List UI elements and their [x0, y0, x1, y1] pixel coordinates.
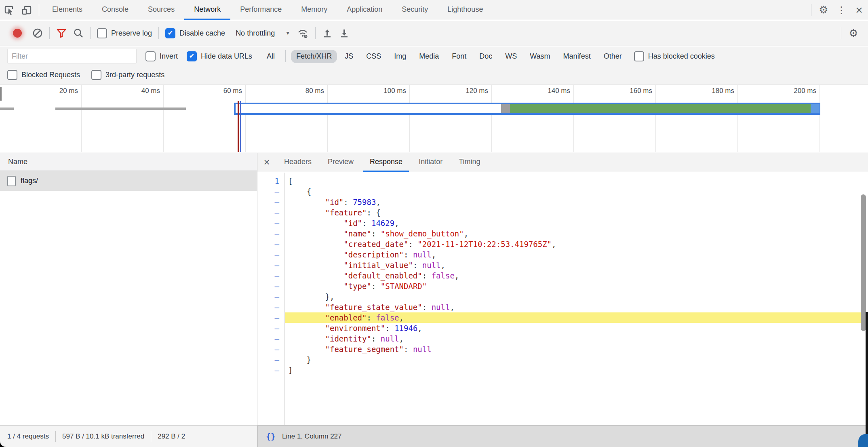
timeline-tick-label: 20 ms — [1, 87, 78, 95]
checkbox-unchecked[interactable] — [634, 51, 644, 61]
type-filter-doc[interactable]: Doc — [474, 50, 497, 63]
line-number: – — [257, 249, 284, 260]
timeline-gridline — [820, 85, 820, 152]
type-filter-wasm[interactable]: Wasm — [525, 50, 555, 63]
timeline-gridline — [327, 85, 328, 152]
pretty-print-button[interactable]: {} — [266, 432, 276, 441]
tab-performance[interactable]: Performance — [230, 0, 291, 20]
timeline-tick-label: 60 ms — [165, 87, 242, 95]
line-number: – — [257, 228, 284, 239]
code-text: "type": "STANDARD" — [284, 281, 427, 291]
divider — [158, 27, 159, 39]
inspect-element-icon[interactable] — [0, 0, 18, 20]
type-filter-font[interactable]: Font — [447, 50, 472, 63]
throttling-dropdown[interactable]: No throttling ▼ — [232, 29, 290, 38]
code-text: "default_enabled": false, — [284, 270, 459, 281]
code-text: "initial_value": null, — [284, 260, 445, 270]
vertical-scrollbar[interactable] — [861, 194, 866, 331]
has-blocked-cookies-label: Has blocked cookies — [648, 52, 715, 61]
filter-input[interactable] — [7, 49, 137, 63]
tab-elements[interactable]: Elements — [42, 0, 92, 20]
code-text: "id": 75983, — [284, 197, 381, 207]
request-row[interactable]: flags/ — [0, 171, 257, 191]
tab-console[interactable]: Console — [92, 0, 138, 20]
device-toolbar-icon[interactable] — [18, 0, 36, 20]
network-conditions-button[interactable] — [297, 27, 309, 39]
type-filter-css[interactable]: CSS — [361, 50, 386, 63]
settings-gear-icon[interactable]: ⚙ — [815, 0, 832, 20]
checkbox-unchecked[interactable] — [91, 70, 101, 80]
timeline-gridline — [81, 85, 82, 152]
type-filter-ws[interactable]: WS — [500, 50, 522, 63]
highlighted-code-line: – "enabled": false, — [257, 312, 868, 323]
details-tab-timing[interactable]: Timing — [452, 153, 487, 172]
hide-data-urls-checkbox[interactable]: ✔ Hide data URLs — [187, 51, 252, 61]
name-column-header[interactable]: Name — [0, 153, 257, 171]
request-bar-segment — [501, 104, 510, 113]
timeline-tick-label: 100 ms — [329, 87, 406, 95]
request-bar-segment — [510, 104, 811, 113]
blocked-requests-checkbox[interactable]: Blocked Requests — [7, 70, 80, 80]
network-settings-gear-icon[interactable]: ⚙ — [845, 23, 862, 43]
details-tab-headers[interactable]: Headers — [278, 153, 318, 172]
details-tab-initiator[interactable]: Initiator — [412, 153, 449, 172]
disable-cache-checkbox[interactable]: ✔ Disable cache — [165, 28, 225, 38]
code-line: – "initial_value": null, — [257, 260, 868, 270]
timeline-gridline — [737, 85, 738, 152]
tab-security[interactable]: Security — [392, 0, 438, 20]
line-number: 1 — [257, 176, 284, 186]
record-button[interactable] — [9, 29, 26, 38]
code-text: { — [284, 186, 311, 197]
code-line: 1[ — [257, 176, 868, 186]
line-number: – — [257, 344, 284, 354]
checkbox-checked[interactable]: ✔ — [165, 28, 175, 38]
invert-checkbox[interactable]: Invert — [145, 51, 178, 61]
details-tab-preview[interactable]: Preview — [321, 153, 360, 172]
close-devtools-icon[interactable]: × — [850, 0, 868, 20]
type-filter-other[interactable]: Other — [598, 50, 627, 63]
tab-memory[interactable]: Memory — [291, 0, 337, 20]
window-edge — [866, 312, 868, 447]
filter-toggle-button[interactable] — [56, 28, 67, 38]
type-filter-img[interactable]: Img — [389, 50, 411, 63]
code-line: – "type": "STANDARD" — [257, 281, 868, 291]
import-har-button[interactable] — [322, 28, 333, 38]
tab-sources[interactable]: Sources — [138, 0, 184, 20]
line-number: – — [257, 207, 284, 218]
type-filter-js[interactable]: JS — [339, 50, 358, 63]
checkbox-unchecked[interactable] — [145, 51, 156, 61]
tab-application[interactable]: Application — [337, 0, 392, 20]
type-filter-fetch-xhr[interactable]: Fetch/XHR — [291, 50, 337, 63]
status-item: 597 B / 10.1 kB transferred — [62, 432, 144, 441]
network-overview[interactable]: 20 ms40 ms60 ms80 ms100 ms120 ms140 ms16… — [0, 85, 868, 152]
code-line: – "name": "show_demo_button", — [257, 228, 868, 239]
third-party-requests-checkbox[interactable]: 3rd-party requests — [91, 70, 164, 80]
checkbox-unchecked[interactable] — [7, 70, 17, 80]
preserve-log-checkbox[interactable]: Preserve log — [97, 28, 152, 38]
timeline-gridline — [409, 85, 410, 152]
window-corner — [0, 441, 6, 447]
export-har-button[interactable] — [339, 28, 350, 38]
type-filter-media[interactable]: Media — [414, 50, 444, 63]
type-filter-all[interactable]: All — [261, 50, 280, 63]
type-filter-manifest[interactable]: Manifest — [558, 50, 596, 63]
timeline-tick-label: 200 ms — [739, 87, 816, 95]
checkbox-checked[interactable]: ✔ — [187, 51, 197, 61]
timeline-gridline — [491, 85, 492, 152]
divider — [285, 50, 286, 62]
code-line: –] — [257, 365, 868, 375]
checkbox-unchecked[interactable] — [97, 28, 107, 38]
kebab-menu-icon[interactable]: ⋮ — [832, 0, 850, 20]
clear-button[interactable] — [32, 28, 43, 38]
close-details-icon[interactable]: × — [257, 153, 276, 172]
devtools-tabbar: ElementsConsoleSourcesNetworkPerformance… — [0, 0, 868, 20]
code-line: – "identity": null, — [257, 333, 868, 344]
timeline-tick-label: 80 ms — [247, 87, 324, 95]
record-dot-icon — [13, 29, 22, 38]
code-line: – "created_date": "2021-11-12T10:22:53.4… — [257, 239, 868, 249]
search-button[interactable] — [73, 28, 84, 38]
has-blocked-cookies-checkbox[interactable]: Has blocked cookies — [634, 51, 715, 61]
tab-lighthouse[interactable]: Lighthouse — [438, 0, 493, 20]
details-tab-response[interactable]: Response — [363, 153, 409, 172]
tab-network[interactable]: Network — [184, 0, 230, 20]
